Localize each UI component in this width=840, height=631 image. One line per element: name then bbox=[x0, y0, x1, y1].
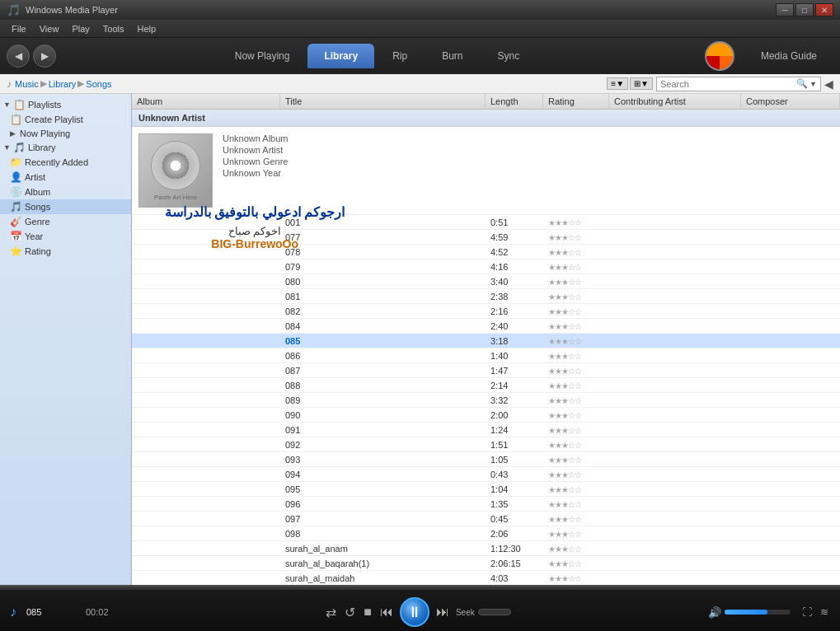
sidebar-item-artist[interactable]: 👤 Artist bbox=[0, 170, 131, 185]
sidebar-item-genre[interactable]: 🎸 Genre bbox=[0, 214, 131, 229]
sidebar-item-songs[interactable]: 🎵 Songs bbox=[0, 199, 131, 214]
volume-slider[interactable] bbox=[725, 610, 791, 615]
sidebar-item-now-playing[interactable]: ▶ Now Playing bbox=[0, 127, 131, 140]
search-options-button[interactable]: ▼ bbox=[809, 80, 817, 88]
table-row[interactable]: 079 4:16 ★★★☆☆ bbox=[132, 259, 840, 274]
shuffle-button[interactable]: ⇄ bbox=[324, 603, 338, 622]
table-row[interactable]: 091 1:24 ★★★☆☆ bbox=[132, 423, 840, 437]
table-row[interactable]: 081 2:38 ★★★☆☆ bbox=[132, 289, 840, 304]
track-title: 091 bbox=[280, 424, 486, 436]
table-row[interactable]: 093 1:05 ★★★☆☆ bbox=[132, 452, 840, 467]
next-button[interactable]: ⏭ bbox=[434, 603, 451, 621]
table-row[interactable]: 078 4:52 ★★★☆☆ bbox=[132, 245, 840, 259]
track-contributing-artist bbox=[609, 533, 741, 535]
table-row[interactable]: 097 0:45 ★★★☆☆ bbox=[132, 512, 840, 526]
col-album[interactable]: Album bbox=[132, 94, 280, 109]
sidebar-section-playlists[interactable]: ▼ 📋 Playlists bbox=[0, 97, 131, 112]
menu-file[interactable]: File bbox=[5, 22, 33, 35]
tab-library[interactable]: Library bbox=[307, 44, 374, 68]
nav-back-icon[interactable]: ◀ bbox=[824, 77, 833, 91]
breadcrumb-library[interactable]: Library bbox=[49, 79, 77, 89]
sidebar-item-album[interactable]: 💿 Album bbox=[0, 185, 131, 199]
track-length: 2:00 bbox=[486, 409, 543, 421]
album-name: Unknown Album bbox=[223, 133, 289, 143]
table-row[interactable]: surah_al_maidah 4:03 ★★★☆☆ bbox=[132, 571, 840, 585]
menu-play[interactable]: Play bbox=[65, 22, 96, 35]
album-art[interactable]: Paste Art Here bbox=[138, 133, 213, 208]
prev-button[interactable]: ⏮ bbox=[378, 603, 395, 621]
track-title: 092 bbox=[280, 439, 486, 451]
track-length: 4:16 bbox=[486, 261, 543, 273]
table-row[interactable]: 092 1:51 ★★★☆☆ bbox=[132, 437, 840, 452]
table-row[interactable]: 089 3:32 ★★★☆☆ bbox=[132, 393, 840, 408]
seek-bar[interactable] bbox=[478, 609, 511, 615]
track-contributing-artist bbox=[609, 474, 741, 475]
table-row[interactable]: surah_al_anam 1:12:30 ★★★☆☆ bbox=[132, 541, 840, 556]
search-input[interactable] bbox=[660, 79, 795, 89]
repeat-button[interactable]: ↺ bbox=[343, 603, 357, 622]
tab-burn[interactable]: Burn bbox=[425, 44, 479, 68]
search-button[interactable]: 🔍 bbox=[796, 78, 808, 89]
maximize-button[interactable]: □ bbox=[795, 3, 814, 16]
menu-tools[interactable]: Tools bbox=[96, 22, 131, 35]
tab-now-playing[interactable]: Now Playing bbox=[218, 44, 307, 68]
table-row[interactable]: 082 2:16 ★★★☆☆ bbox=[132, 304, 840, 319]
table-row[interactable]: 090 2:00 ★★★☆☆ bbox=[132, 408, 840, 423]
table-row[interactable]: 001 0:51 ★★★☆☆ bbox=[132, 215, 840, 230]
album-info: Unknown Album Unknown Artist Unknown Gen… bbox=[216, 130, 295, 211]
track-rating: ★★★☆☆ bbox=[543, 513, 609, 525]
menu-help[interactable]: Help bbox=[130, 22, 162, 35]
minimize-button[interactable]: ─ bbox=[776, 3, 794, 16]
table-row[interactable]: 084 2:40 ★★★☆☆ bbox=[132, 319, 840, 334]
play-pause-button[interactable]: ⏸ bbox=[400, 597, 429, 627]
tab-rip[interactable]: Rip bbox=[376, 44, 424, 68]
table-row[interactable]: 098 2:06 ★★★☆☆ bbox=[132, 526, 840, 541]
sidebar-item-year[interactable]: 📅 Year bbox=[0, 229, 131, 244]
breadcrumb-songs[interactable]: Songs bbox=[86, 79, 111, 89]
close-button[interactable]: ✕ bbox=[815, 3, 833, 16]
breadcrumb-music[interactable]: Music bbox=[15, 79, 39, 89]
track-contributing-artist bbox=[609, 488, 741, 490]
player-bar: ♪ 085 00:02 ⇄ ↺ ■ ⏮ ⏸ ⏭ Seek 🔊 ⛶ ≋ bbox=[0, 588, 840, 631]
layout-button[interactable]: ⊞▼ bbox=[630, 77, 653, 90]
col-title[interactable]: Title bbox=[280, 94, 486, 109]
stop-button[interactable]: ■ bbox=[362, 603, 373, 621]
player-music-icon: ♪ bbox=[10, 605, 16, 619]
tab-sync[interactable]: Sync bbox=[481, 44, 537, 68]
track-rating: ★★★☆☆ bbox=[543, 498, 609, 510]
fullscreen-button[interactable]: ⛶ bbox=[800, 605, 814, 619]
table-row[interactable]: 077 4:59 ★★★☆☆ bbox=[132, 230, 840, 245]
table-row[interactable]: 086 1:40 ★★★☆☆ bbox=[132, 348, 840, 363]
track-composer bbox=[741, 429, 840, 431]
table-row[interactable]: 088 2:14 ★★★☆☆ bbox=[132, 378, 840, 393]
table-row[interactable]: surah_al_baqarah(1) 2:06:15 ★★★☆☆ bbox=[132, 556, 840, 571]
enhance-button[interactable]: ≋ bbox=[819, 605, 830, 619]
table-row[interactable]: 080 3:40 ★★★☆☆ bbox=[132, 274, 840, 289]
tab-media-guide[interactable]: Media Guide bbox=[744, 44, 833, 68]
track-rating: ★★★☆☆ bbox=[543, 380, 609, 391]
track-album bbox=[132, 370, 280, 372]
menu-view[interactable]: View bbox=[33, 22, 66, 35]
sidebar-item-rating[interactable]: ⭐ Rating bbox=[0, 244, 131, 259]
table-row[interactable]: 094 0:43 ★★★☆☆ bbox=[132, 467, 840, 482]
sidebar-item-recently-added[interactable]: 📁 Recently Added bbox=[0, 155, 131, 170]
track-rating: ★★★☆☆ bbox=[543, 306, 609, 317]
track-album bbox=[132, 429, 280, 431]
track-title: 087 bbox=[280, 365, 486, 376]
back-button[interactable]: ◀ bbox=[7, 44, 30, 68]
track-length: 2:06:15 bbox=[486, 558, 543, 569]
col-length[interactable]: Length bbox=[486, 94, 543, 109]
table-row[interactable]: 096 1:35 ★★★☆☆ bbox=[132, 497, 840, 512]
sidebar-item-create-playlist[interactable]: 📋 Create Playlist bbox=[0, 112, 131, 127]
forward-button[interactable]: ▶ bbox=[33, 44, 56, 68]
col-composer[interactable]: Composer bbox=[741, 94, 840, 109]
view-mode-button[interactable]: ≡▼ bbox=[607, 77, 628, 90]
table-row[interactable]: 095 1:04 ★★★☆☆ bbox=[132, 482, 840, 497]
table-row[interactable]: 087 1:47 ★★★☆☆ bbox=[132, 363, 840, 378]
sidebar-section-library[interactable]: ▼ 🎵 Library bbox=[0, 140, 131, 155]
col-contributing-artist[interactable]: Contributing Artist bbox=[609, 94, 741, 109]
album-art-disc bbox=[151, 141, 200, 190]
table-row[interactable]: 085 3:18 ★★★☆☆ bbox=[132, 334, 840, 348]
col-rating[interactable]: Rating bbox=[543, 94, 609, 109]
track-rating: ★★★☆☆ bbox=[543, 261, 609, 273]
